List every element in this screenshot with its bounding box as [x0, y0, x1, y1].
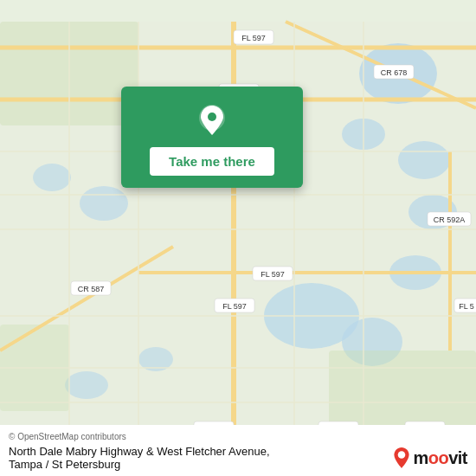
svg-text:CR 678: CR 678 [381, 68, 408, 77]
copyright-text: © OpenStreetMap contributors [9, 432, 467, 441]
svg-text:FL 597: FL 597 [261, 270, 285, 279]
svg-text:CR 587: CR 587 [78, 285, 105, 293]
map-container: FL 597 FL 597 CR 678 CR 592A CR 587 FL 5… [0, 0, 476, 476]
moovit-wordmark: moovit [413, 448, 467, 468]
address-text: North Dale Mabry Highway & West Fletcher… [9, 445, 270, 471]
location-pin-icon [194, 102, 230, 138]
svg-point-3 [398, 141, 450, 179]
svg-point-57 [398, 451, 406, 459]
svg-point-56 [208, 113, 216, 121]
svg-point-7 [80, 186, 128, 221]
svg-text:FL 597: FL 597 [241, 34, 266, 42]
take-me-there-button[interactable]: Take me there [150, 147, 274, 176]
svg-text:FL 597: FL 597 [222, 302, 247, 311]
bottom-info-bar: © OpenStreetMap contributors North Dale … [0, 425, 476, 476]
svg-point-8 [33, 164, 71, 191]
moovit-logo: moovit [393, 447, 467, 468]
svg-point-10 [65, 371, 108, 399]
address-line: North Dale Mabry Highway & West Fletcher… [9, 445, 467, 471]
location-card: Take me there [121, 87, 303, 188]
svg-text:FL 5: FL 5 [459, 302, 474, 311]
map-svg: FL 597 FL 597 CR 678 CR 592A CR 587 FL 5… [0, 0, 476, 476]
svg-text:CR 592A: CR 592A [434, 215, 466, 224]
moovit-pin-icon [393, 447, 410, 468]
